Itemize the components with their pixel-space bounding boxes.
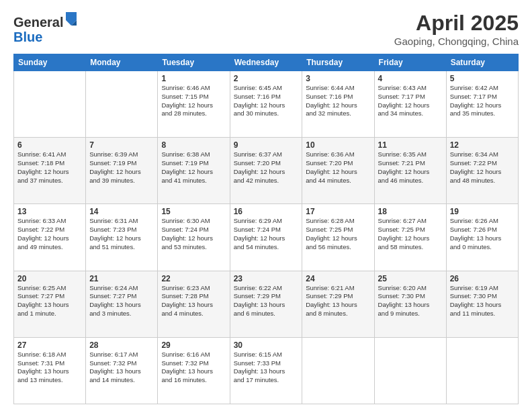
day-number: 28	[89, 340, 154, 350]
day-number: 11	[378, 140, 443, 150]
day-number: 12	[450, 140, 515, 150]
day-info: Sunrise: 6:26 AM Sunset: 7:26 PM Dayligh…	[450, 217, 515, 251]
day-info: Sunrise: 6:24 AM Sunset: 7:27 PM Dayligh…	[89, 284, 154, 318]
day-number: 5	[450, 74, 515, 83]
day-info: Sunrise: 6:36 AM Sunset: 7:20 PM Dayligh…	[306, 150, 370, 185]
day-number: 10	[306, 140, 370, 150]
day-cell: 30Sunrise: 6:15 AM Sunset: 7:33 PM Dayli…	[230, 337, 302, 404]
calendar-title: April 2025	[394, 11, 519, 36]
header-cell-monday: Monday	[86, 54, 158, 71]
day-number: 8	[161, 140, 226, 150]
day-cell: 29Sunrise: 6:16 AM Sunset: 7:32 PM Dayli…	[158, 337, 230, 404]
day-cell: 13Sunrise: 6:33 AM Sunset: 7:22 PM Dayli…	[14, 204, 86, 271]
header-row: SundayMondayTuesdayWednesdayThursdayFrid…	[14, 54, 519, 71]
day-info: Sunrise: 6:15 AM Sunset: 7:33 PM Dayligh…	[234, 351, 299, 385]
day-info: Sunrise: 6:16 AM Sunset: 7:32 PM Dayligh…	[161, 351, 226, 385]
day-cell: 8Sunrise: 6:38 AM Sunset: 7:19 PM Daylig…	[158, 138, 230, 204]
day-info: Sunrise: 6:41 AM Sunset: 7:18 PM Dayligh…	[17, 150, 82, 185]
day-cell: 28Sunrise: 6:17 AM Sunset: 7:32 PM Dayli…	[86, 337, 158, 404]
day-number: 25	[378, 274, 443, 283]
day-info: Sunrise: 6:33 AM Sunset: 7:22 PM Dayligh…	[17, 217, 82, 251]
header-cell-wednesday: Wednesday	[230, 54, 302, 71]
day-cell: 14Sunrise: 6:31 AM Sunset: 7:23 PM Dayli…	[86, 204, 158, 271]
day-info: Sunrise: 6:38 AM Sunset: 7:19 PM Dayligh…	[161, 150, 226, 185]
day-info: Sunrise: 6:25 AM Sunset: 7:27 PM Dayligh…	[17, 284, 82, 318]
day-cell: 23Sunrise: 6:22 AM Sunset: 7:29 PM Dayli…	[230, 271, 302, 337]
day-info: Sunrise: 6:20 AM Sunset: 7:30 PM Dayligh…	[378, 284, 443, 318]
title-block: April 2025 Gaoping, Chongqing, China	[394, 11, 519, 47]
header-cell-thursday: Thursday	[302, 54, 374, 71]
day-number: 30	[234, 340, 299, 350]
day-info: Sunrise: 6:31 AM Sunset: 7:23 PM Dayligh…	[89, 217, 154, 251]
day-info: Sunrise: 6:19 AM Sunset: 7:30 PM Dayligh…	[450, 284, 515, 318]
day-number: 16	[234, 207, 299, 216]
day-info: Sunrise: 6:44 AM Sunset: 7:16 PM Dayligh…	[306, 84, 370, 118]
day-cell: 4Sunrise: 6:43 AM Sunset: 7:17 PM Daylig…	[374, 71, 446, 138]
day-number: 9	[234, 140, 299, 150]
header-cell-sunday: Sunday	[14, 54, 86, 71]
header-cell-tuesday: Tuesday	[158, 54, 230, 71]
day-cell: 9Sunrise: 6:37 AM Sunset: 7:20 PM Daylig…	[230, 138, 302, 204]
day-cell: 2Sunrise: 6:45 AM Sunset: 7:16 PM Daylig…	[230, 71, 302, 138]
day-cell: 24Sunrise: 6:21 AM Sunset: 7:29 PM Dayli…	[302, 271, 374, 337]
day-info: Sunrise: 6:28 AM Sunset: 7:25 PM Dayligh…	[306, 217, 370, 251]
header-cell-saturday: Saturday	[446, 54, 518, 71]
day-cell: 25Sunrise: 6:20 AM Sunset: 7:30 PM Dayli…	[374, 271, 446, 337]
day-number: 20	[17, 274, 82, 283]
day-info: Sunrise: 6:42 AM Sunset: 7:17 PM Dayligh…	[450, 84, 515, 118]
day-info: Sunrise: 6:37 AM Sunset: 7:20 PM Dayligh…	[234, 150, 299, 185]
day-cell: 22Sunrise: 6:23 AM Sunset: 7:28 PM Dayli…	[158, 271, 230, 337]
day-number: 21	[89, 274, 154, 283]
day-cell: 3Sunrise: 6:44 AM Sunset: 7:16 PM Daylig…	[302, 71, 374, 138]
day-number: 27	[17, 340, 82, 350]
day-info: Sunrise: 6:17 AM Sunset: 7:32 PM Dayligh…	[89, 351, 154, 385]
day-info: Sunrise: 6:34 AM Sunset: 7:22 PM Dayligh…	[450, 150, 515, 185]
day-cell: 7Sunrise: 6:39 AM Sunset: 7:19 PM Daylig…	[86, 138, 158, 204]
day-info: Sunrise: 6:21 AM Sunset: 7:29 PM Dayligh…	[306, 284, 370, 318]
day-number: 3	[306, 74, 370, 83]
day-number: 14	[89, 207, 154, 216]
calendar-table: SundayMondayTuesdayWednesdayThursdayFrid…	[13, 54, 519, 404]
day-cell: 5Sunrise: 6:42 AM Sunset: 7:17 PM Daylig…	[446, 71, 518, 138]
day-cell: 17Sunrise: 6:28 AM Sunset: 7:25 PM Dayli…	[302, 204, 374, 271]
logo: General Blue	[13, 11, 78, 44]
day-number: 18	[378, 207, 443, 216]
day-info: Sunrise: 6:29 AM Sunset: 7:24 PM Dayligh…	[234, 217, 299, 251]
day-number: 7	[89, 140, 154, 150]
day-number: 13	[17, 207, 82, 216]
day-cell	[302, 337, 374, 404]
day-info: Sunrise: 6:23 AM Sunset: 7:28 PM Dayligh…	[161, 284, 226, 318]
day-info: Sunrise: 6:18 AM Sunset: 7:31 PM Dayligh…	[17, 351, 82, 385]
day-number: 17	[306, 207, 370, 216]
day-number: 29	[161, 340, 226, 350]
day-info: Sunrise: 6:43 AM Sunset: 7:17 PM Dayligh…	[378, 84, 443, 118]
week-row-0: 1Sunrise: 6:46 AM Sunset: 7:15 PM Daylig…	[14, 71, 519, 138]
day-info: Sunrise: 6:35 AM Sunset: 7:21 PM Dayligh…	[378, 150, 443, 185]
week-row-1: 6Sunrise: 6:41 AM Sunset: 7:18 PM Daylig…	[14, 138, 519, 204]
header: General Blue April 2025 Gaoping, Chongqi…	[13, 11, 519, 47]
calendar-subtitle: Gaoping, Chongqing, China	[394, 36, 519, 47]
week-row-2: 13Sunrise: 6:33 AM Sunset: 7:22 PM Dayli…	[14, 204, 519, 271]
day-cell: 15Sunrise: 6:30 AM Sunset: 7:24 PM Dayli…	[158, 204, 230, 271]
day-info: Sunrise: 6:30 AM Sunset: 7:24 PM Dayligh…	[161, 217, 226, 251]
day-cell	[86, 71, 158, 138]
logo-text: General	[13, 11, 78, 30]
day-cell: 12Sunrise: 6:34 AM Sunset: 7:22 PM Dayli…	[446, 138, 518, 204]
day-cell: 27Sunrise: 6:18 AM Sunset: 7:31 PM Dayli…	[14, 337, 86, 404]
day-cell: 26Sunrise: 6:19 AM Sunset: 7:30 PM Dayli…	[446, 271, 518, 337]
logo-icon	[64, 11, 78, 27]
day-cell	[374, 337, 446, 404]
day-number: 19	[450, 207, 515, 216]
day-cell: 18Sunrise: 6:27 AM Sunset: 7:25 PM Dayli…	[374, 204, 446, 271]
day-cell: 1Sunrise: 6:46 AM Sunset: 7:15 PM Daylig…	[158, 71, 230, 138]
day-cell: 21Sunrise: 6:24 AM Sunset: 7:27 PM Dayli…	[86, 271, 158, 337]
day-number: 22	[161, 274, 226, 283]
day-number: 26	[450, 274, 515, 283]
day-number: 24	[306, 274, 370, 283]
day-cell: 19Sunrise: 6:26 AM Sunset: 7:26 PM Dayli…	[446, 204, 518, 271]
day-info: Sunrise: 6:39 AM Sunset: 7:19 PM Dayligh…	[89, 150, 154, 185]
day-cell: 11Sunrise: 6:35 AM Sunset: 7:21 PM Dayli…	[374, 138, 446, 204]
day-info: Sunrise: 6:45 AM Sunset: 7:16 PM Dayligh…	[234, 84, 299, 118]
day-cell: 16Sunrise: 6:29 AM Sunset: 7:24 PM Dayli…	[230, 204, 302, 271]
day-number: 15	[161, 207, 226, 216]
